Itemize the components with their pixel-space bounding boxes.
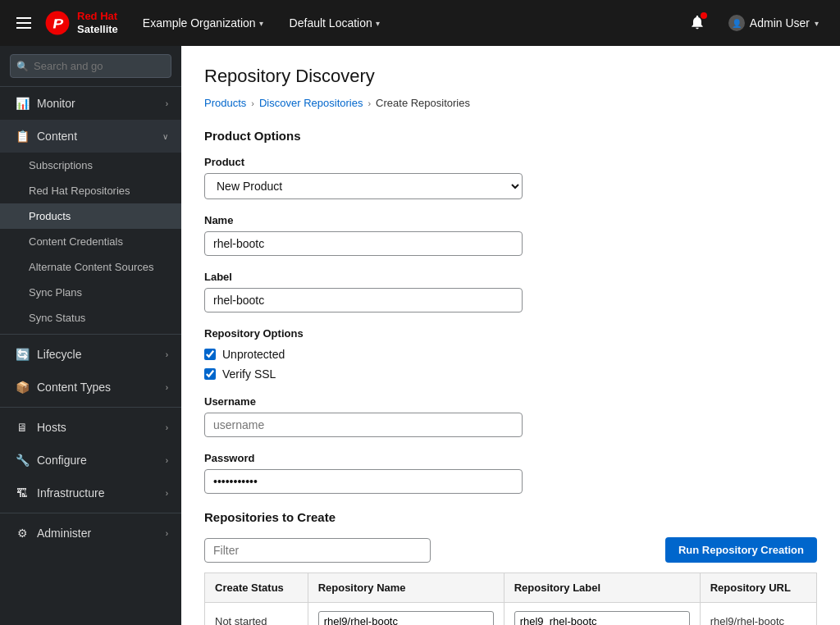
main-content: Repository Discovery Products › Discover… bbox=[181, 46, 840, 625]
row-repo-name-cell bbox=[308, 603, 504, 626]
infrastructure-chevron-icon: › bbox=[166, 489, 168, 498]
row-repo-label-cell bbox=[504, 603, 700, 626]
user-avatar: 👤 bbox=[728, 15, 745, 31]
label-input[interactable] bbox=[204, 288, 523, 312]
name-input[interactable] bbox=[204, 231, 523, 256]
password-group: Password bbox=[204, 452, 817, 494]
product-label: Product bbox=[204, 156, 817, 168]
repo-create-section: Repositories to Create Run Repository Cr… bbox=[204, 510, 817, 625]
repositories-table: Create Status Repository Name Repository… bbox=[204, 573, 817, 625]
sidebar-item-infrastructure[interactable]: 🏗 Infrastructure › bbox=[0, 477, 181, 509]
row-status: Not started bbox=[205, 603, 308, 626]
sidebar-item-lifecycle[interactable]: 🔄 Lifecycle › bbox=[0, 338, 181, 371]
label-label: Label bbox=[204, 271, 817, 283]
sidebar: 🔍 📊 Monitor › 📋 Content ∨ Subscriptions … bbox=[0, 46, 181, 625]
sidebar-item-products[interactable]: Products bbox=[0, 203, 181, 229]
lifecycle-chevron-icon: › bbox=[166, 350, 168, 359]
breadcrumb-sep-2: › bbox=[368, 98, 371, 108]
org-selector[interactable]: Example Organization ▾ bbox=[135, 11, 272, 34]
col-header-create-status: Create Status bbox=[205, 573, 308, 603]
sidebar-search-container: 🔍 bbox=[0, 46, 181, 87]
sidebar-item-alternate-content-sources[interactable]: Alternate Content Sources bbox=[0, 254, 181, 280]
username-input[interactable] bbox=[204, 413, 523, 437]
name-group: Name bbox=[204, 214, 817, 256]
verify-ssl-checkbox-label[interactable]: Verify SSL bbox=[204, 367, 817, 381]
sidebar-item-sync-status[interactable]: Sync Status bbox=[0, 305, 181, 331]
unprotected-checkbox[interactable] bbox=[204, 349, 216, 360]
username-label: Username bbox=[204, 395, 817, 408]
hamburger-menu[interactable] bbox=[13, 14, 34, 32]
sidebar-item-configure[interactable]: 🔧 Configure › bbox=[0, 444, 181, 477]
configure-icon: 🔧 bbox=[16, 454, 29, 467]
sidebar-item-sync-plans[interactable]: Sync Plans bbox=[0, 280, 181, 305]
repo-filter-row: Run Repository Creation bbox=[204, 537, 817, 563]
row-repo-name-input[interactable] bbox=[318, 611, 494, 625]
location-selector[interactable]: Default Location ▾ bbox=[281, 11, 388, 34]
monitor-icon: 📊 bbox=[16, 97, 29, 110]
configure-chevron-icon: › bbox=[166, 456, 168, 465]
name-label: Name bbox=[204, 214, 817, 226]
redhat-logo-icon bbox=[44, 10, 71, 36]
sidebar-item-administer[interactable]: ⚙ Administer › bbox=[0, 517, 181, 550]
search-icon: 🔍 bbox=[16, 61, 29, 72]
run-repository-creation-button[interactable]: Run Repository Creation bbox=[665, 537, 817, 563]
username-group: Username bbox=[204, 395, 817, 437]
sidebar-item-monitor[interactable]: 📊 Monitor › bbox=[0, 87, 181, 120]
logo-text: Red Hat Satellite bbox=[77, 10, 118, 35]
breadcrumb-current: Create Repositories bbox=[376, 97, 470, 109]
password-label: Password bbox=[204, 452, 817, 464]
sidebar-item-content[interactable]: 📋 Content ∨ bbox=[0, 120, 181, 153]
notification-dot bbox=[701, 12, 707, 19]
password-input[interactable] bbox=[204, 469, 523, 494]
hosts-chevron-icon: › bbox=[166, 423, 168, 432]
repo-options-title: Repository Options bbox=[204, 327, 817, 340]
top-navigation: Red Hat Satellite Example Organization ▾… bbox=[0, 0, 840, 46]
product-options-title: Product Options bbox=[204, 129, 817, 143]
user-chevron-icon: ▾ bbox=[815, 19, 819, 28]
search-input[interactable] bbox=[10, 54, 171, 78]
org-chevron-icon: ▾ bbox=[259, 19, 263, 28]
product-select[interactable]: New Product Existing Product bbox=[204, 173, 523, 199]
content-types-chevron-icon: › bbox=[166, 383, 168, 392]
verify-ssl-checkbox[interactable] bbox=[204, 368, 216, 380]
row-repo-label-input[interactable] bbox=[514, 611, 690, 625]
row-repo-url: rhel9/rhel-bootc bbox=[700, 603, 816, 626]
breadcrumb-products-link[interactable]: Products bbox=[204, 97, 246, 109]
hosts-icon: 🖥 bbox=[16, 421, 29, 434]
svg-point-0 bbox=[46, 11, 70, 35]
repos-to-create-title: Repositories to Create bbox=[204, 510, 817, 524]
infrastructure-icon: 🏗 bbox=[16, 486, 29, 500]
sidebar-item-content-types[interactable]: 📦 Content Types › bbox=[0, 371, 181, 404]
monitor-chevron-icon: › bbox=[166, 99, 168, 108]
logo: Red Hat Satellite bbox=[44, 10, 118, 36]
notifications-bell[interactable] bbox=[684, 9, 710, 38]
sidebar-item-red-hat-repositories[interactable]: Red Hat Repositories bbox=[0, 178, 181, 203]
table-row: Not started rhel9/rhel-bootc bbox=[205, 603, 817, 626]
content-chevron-icon: ∨ bbox=[162, 132, 168, 141]
content-types-icon: 📦 bbox=[16, 381, 29, 394]
sidebar-item-subscriptions[interactable]: Subscriptions bbox=[0, 153, 181, 178]
sidebar-item-content-credentials[interactable]: Content Credentials bbox=[0, 229, 181, 254]
loc-chevron-icon: ▾ bbox=[376, 19, 380, 28]
sidebar-item-hosts[interactable]: 🖥 Hosts › bbox=[0, 411, 181, 444]
page-title: Repository Discovery bbox=[204, 66, 817, 87]
content-icon: 📋 bbox=[16, 130, 29, 143]
administer-icon: ⚙ bbox=[16, 527, 29, 540]
checkbox-group: Unprotected Verify SSL bbox=[204, 348, 817, 381]
unprotected-checkbox-label[interactable]: Unprotected bbox=[204, 348, 817, 361]
col-header-repo-url: Repository URL bbox=[700, 573, 816, 603]
col-header-repo-label: Repository Label bbox=[504, 573, 700, 603]
breadcrumb-discover-link[interactable]: Discover Repositories bbox=[259, 97, 363, 109]
product-group: Product New Product Existing Product bbox=[204, 156, 817, 199]
label-group: Label bbox=[204, 271, 817, 312]
user-menu[interactable]: 👤 Admin User ▾ bbox=[720, 10, 827, 36]
lifecycle-icon: 🔄 bbox=[16, 348, 29, 361]
filter-input[interactable] bbox=[204, 538, 431, 563]
breadcrumb-sep-1: › bbox=[251, 98, 254, 108]
col-header-repo-name: Repository Name bbox=[308, 573, 504, 603]
breadcrumb: Products › Discover Repositories › Creat… bbox=[204, 97, 817, 109]
administer-chevron-icon: › bbox=[166, 529, 168, 538]
